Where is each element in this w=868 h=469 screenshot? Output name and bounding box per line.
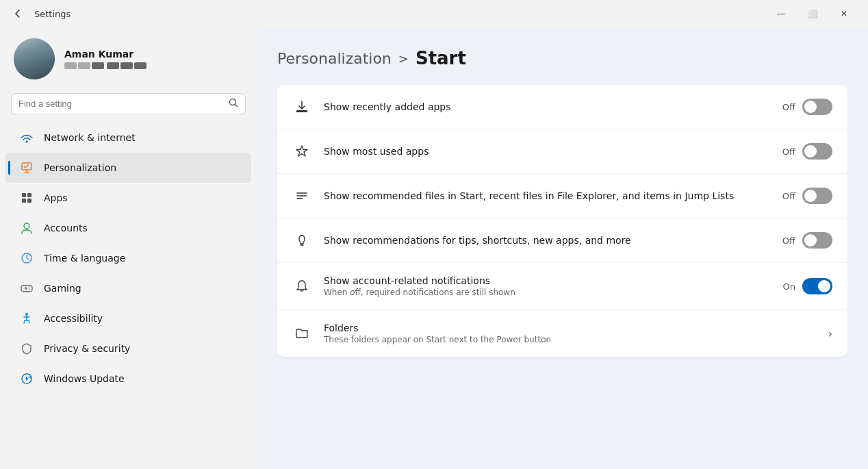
user-info: Aman Kumar	[64, 49, 146, 69]
privacy-icon	[19, 341, 34, 356]
user-name: Aman Kumar	[64, 49, 146, 60]
chevron-right-icon: ›	[828, 327, 832, 340]
sidebar-item-label: Time & language	[44, 253, 125, 264]
setting-label: Show most used apps	[324, 146, 770, 157]
sidebar-item-apps[interactable]: Apps	[5, 183, 251, 213]
app-title: Settings	[34, 9, 758, 19]
user-dots	[64, 62, 146, 69]
setting-text: Show most used apps	[324, 146, 770, 157]
minimize-button[interactable]: —	[765, 3, 797, 25]
main-layout: Aman Kumar	[0, 27, 868, 469]
close-button[interactable]: ✕	[828, 3, 860, 25]
breadcrumb-current: Start	[416, 48, 466, 68]
setting-sublabel: When off, required notifications are sti…	[324, 288, 771, 297]
setting-label: Folders	[324, 322, 816, 333]
toggle-knob	[804, 190, 817, 202]
setting-label: Show recently added apps	[324, 101, 770, 112]
maximize-button[interactable]: ⬜	[797, 3, 828, 25]
breadcrumb: Personalization > Start	[277, 48, 847, 68]
sidebar-item-label: Apps	[44, 192, 68, 203]
toggle-state-label: Off	[782, 191, 795, 201]
toggle-recommendations[interactable]	[802, 232, 832, 249]
setting-control: Off	[782, 143, 832, 160]
search-box	[11, 93, 246, 114]
sidebar-item-label: Personalization	[44, 162, 116, 173]
dot	[78, 62, 90, 69]
accounts-icon	[19, 220, 34, 236]
svg-point-14	[29, 289, 30, 290]
sidebar-item-time[interactable]: Time & language	[5, 243, 251, 273]
sidebar-item-accessibility[interactable]: Accessibility	[5, 303, 251, 333]
gaming-icon	[19, 281, 34, 296]
setting-recently-added[interactable]: Show recently added apps Off	[277, 85, 847, 129]
update-icon	[19, 371, 34, 386]
toggle-state-label: Off	[782, 236, 795, 246]
setting-label: Show recommended files in Start, recent …	[324, 190, 770, 201]
sidebar-item-personalization[interactable]: Personalization	[5, 153, 251, 183]
sidebar-item-windows-update[interactable]: Windows Update	[5, 364, 251, 394]
svg-rect-4	[22, 193, 26, 197]
svg-rect-5	[27, 193, 31, 197]
sidebar-item-label: Network & internet	[44, 132, 136, 143]
breadcrumb-separator: >	[398, 51, 409, 66]
sidebar-item-privacy[interactable]: Privacy & security	[5, 333, 251, 364]
dot	[134, 62, 146, 69]
apps-icon	[19, 190, 34, 205]
personalization-icon	[19, 160, 34, 175]
svg-line-1	[235, 105, 238, 107]
avatar	[14, 38, 55, 79]
accessibility-icon	[19, 311, 34, 326]
toggle-knob	[804, 101, 817, 113]
toggle-state-label: Off	[782, 147, 795, 157]
search-container	[0, 93, 257, 123]
search-input[interactable]	[18, 99, 223, 109]
nav-list: Network & internet Personalization	[0, 123, 257, 394]
breadcrumb-parent[interactable]: Personalization	[277, 50, 392, 67]
network-icon	[19, 130, 34, 145]
setting-label: Show account-related notifications	[324, 275, 771, 286]
back-button[interactable]	[8, 4, 27, 23]
sidebar-item-label: Windows Update	[44, 373, 125, 384]
window-controls: — ⬜ ✕	[765, 3, 860, 25]
folder-icon	[292, 324, 311, 343]
sidebar-item-label: Accounts	[44, 223, 88, 233]
toggle-state-label: On	[783, 281, 795, 292]
content-area: Personalization > Start Show recently ad…	[257, 27, 868, 469]
setting-control: ›	[828, 327, 832, 340]
dot	[92, 62, 104, 69]
toggle-knob	[818, 280, 830, 292]
sidebar-item-network[interactable]: Network & internet	[5, 123, 251, 153]
sidebar: Aman Kumar	[0, 27, 257, 469]
download-icon	[292, 97, 311, 116]
setting-account-notifications[interactable]: Show account-related notifications When …	[277, 263, 847, 310]
svg-rect-7	[27, 199, 31, 203]
setting-text: Show recommended files in Start, recent …	[324, 190, 770, 201]
setting-recommendations[interactable]: Show recommendations for tips, shortcuts…	[277, 218, 847, 263]
svg-rect-6	[22, 199, 26, 203]
setting-control: Off	[782, 232, 832, 249]
setting-text: Show recently added apps	[324, 101, 770, 112]
setting-most-used[interactable]: Show most used apps Off	[277, 129, 847, 174]
sidebar-item-label: Gaming	[44, 283, 81, 294]
toggle-most-used[interactable]	[802, 143, 832, 160]
titlebar: Settings — ⬜ ✕	[0, 0, 868, 27]
list-icon	[292, 186, 311, 205]
setting-recommended-files[interactable]: Show recommended files in Start, recent …	[277, 174, 847, 218]
sidebar-item-accounts[interactable]: Accounts	[5, 213, 251, 243]
setting-text: Folders These folders appear on Start ne…	[324, 322, 816, 344]
toggle-account-notifications[interactable]	[802, 278, 832, 294]
user-profile[interactable]: Aman Kumar	[0, 27, 257, 93]
setting-folders[interactable]: Folders These folders appear on Start ne…	[277, 310, 847, 357]
toggle-recently-added[interactable]	[802, 99, 832, 115]
dot	[120, 62, 133, 69]
toggle-knob	[804, 234, 817, 246]
time-icon	[19, 251, 34, 266]
svg-point-8	[24, 223, 29, 229]
sidebar-item-gaming[interactable]: Gaming	[5, 273, 251, 303]
star-icon	[292, 142, 311, 161]
setting-sublabel: These folders appear on Start next to th…	[324, 335, 816, 344]
sidebar-item-label: Accessibility	[44, 313, 103, 324]
setting-control: Off	[782, 99, 832, 115]
toggle-recommended-files[interactable]	[802, 188, 832, 204]
setting-text: Show recommendations for tips, shortcuts…	[324, 235, 770, 246]
